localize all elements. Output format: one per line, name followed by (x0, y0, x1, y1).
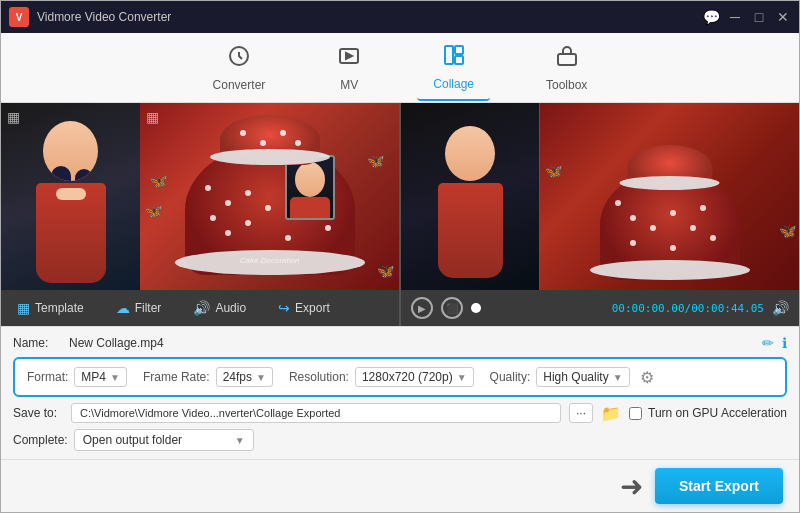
name-value: New Collage.mp4 (69, 336, 752, 350)
start-export-button[interactable]: Start Export (655, 468, 783, 504)
export-icon: ↪ (278, 300, 290, 316)
minimize-button[interactable]: ─ (727, 9, 743, 25)
template-icon: ▦ (17, 300, 30, 316)
template-button[interactable]: ▦ Template (11, 296, 90, 320)
arrow-icon: ➜ (620, 470, 643, 503)
folder-button[interactable]: 📁 (601, 404, 621, 423)
svg-rect-5 (558, 54, 576, 65)
info-icon[interactable]: ℹ (782, 335, 787, 351)
right-controls: ▶ ⬛ 00:00:00.00/00:00:44.05 🔊 (401, 290, 799, 326)
format-dropdown[interactable]: MP4 ▼ (74, 367, 127, 387)
format-label: Format: (27, 370, 68, 384)
titlebar: V Vidmore Video Converter 💬 ─ □ ✕ (1, 1, 799, 33)
export-toolbar-button[interactable]: ↪ Export (272, 296, 336, 320)
maximize-button[interactable]: □ (751, 9, 767, 25)
export-label: Export (295, 301, 330, 315)
stop-button[interactable]: ⬛ (441, 297, 463, 319)
toolbox-icon (555, 44, 579, 74)
nav-mv[interactable]: MV (321, 36, 377, 100)
mv-icon (337, 44, 361, 74)
time-display: 00:00:00.00/00:00:44.05 (612, 302, 764, 315)
app-logo: V (9, 7, 29, 27)
mv-label: MV (340, 78, 358, 92)
nav-collage[interactable]: Collage (417, 35, 490, 101)
export-area: ➜ Start Export (1, 459, 799, 512)
resolution-dropdown[interactable]: 1280x720 (720p) ▼ (355, 367, 474, 387)
audio-icon: 🔊 (193, 300, 210, 316)
left-panel: ▦ ▦ (1, 103, 401, 326)
framerate-dropdown-arrow: ▼ (256, 372, 266, 383)
bottom-toolbar: ▦ Template ☁ Filter 🔊 Audio ↪ Export (1, 290, 399, 326)
gpu-checkbox[interactable]: Turn on GPU Acceleration (629, 406, 787, 420)
edit-icon[interactable]: ✏ (762, 335, 774, 351)
video-area-right: 🦋 🦋 (401, 103, 799, 290)
format-section: Format: MP4 ▼ Frame Rate: 24fps ▼ Resolu… (13, 357, 787, 397)
play-button[interactable]: ▶ (411, 297, 433, 319)
collage-icon (442, 43, 466, 73)
progress-dot (471, 303, 481, 313)
video-right-thumb[interactable]: ▦ (140, 103, 399, 290)
svg-rect-4 (455, 56, 463, 64)
video-left-thumb[interactable]: ▦ (1, 103, 140, 290)
resolution-label: Resolution: (289, 370, 349, 384)
converter-label: Converter (213, 78, 266, 92)
chat-button[interactable]: 💬 (703, 9, 719, 25)
complete-row: Complete: Open output folder ▼ (13, 429, 787, 451)
main-window: V Vidmore Video Converter 💬 ─ □ ✕ Conver… (0, 0, 800, 513)
gear-icon[interactable]: ⚙ (640, 368, 654, 387)
left-video-indicator: ▦ (7, 109, 20, 125)
app-title: Vidmore Video Converter (37, 10, 703, 24)
name-label: Name: (13, 336, 63, 350)
close-button[interactable]: ✕ (775, 9, 791, 25)
template-label: Template (35, 301, 84, 315)
gpu-label: Turn on GPU Acceleration (648, 406, 787, 420)
gpu-checkbox-input[interactable] (629, 407, 642, 420)
main-content: ▦ ▦ (1, 103, 799, 326)
name-row: Name: New Collage.mp4 ✏ ℹ (13, 335, 787, 351)
framerate-label: Frame Rate: (143, 370, 210, 384)
nav-converter[interactable]: Converter (197, 36, 282, 100)
preview-left (401, 103, 540, 290)
audio-label: Audio (215, 301, 246, 315)
filter-button[interactable]: ☁ Filter (110, 296, 168, 320)
filter-icon: ☁ (116, 300, 130, 316)
right-video-indicator: ▦ (146, 109, 159, 125)
collage-label: Collage (433, 77, 474, 91)
quality-label: Quality: (490, 370, 531, 384)
framerate-dropdown[interactable]: 24fps ▼ (216, 367, 273, 387)
complete-dropdown-arrow: ▼ (235, 435, 245, 446)
save-path[interactable]: C:\Vidmore\Vidmore Video...nverter\Colla… (71, 403, 561, 423)
svg-rect-2 (445, 46, 453, 64)
quality-dropdown[interactable]: High Quality ▼ (536, 367, 629, 387)
nav-toolbox[interactable]: Toolbox (530, 36, 603, 100)
toolbox-label: Toolbox (546, 78, 587, 92)
quality-dropdown-arrow: ▼ (613, 372, 623, 383)
save-label: Save to: (13, 406, 63, 420)
preview-right: 🦋 🦋 (540, 103, 799, 290)
volume-icon[interactable]: 🔊 (772, 300, 789, 316)
complete-label: Complete: (13, 433, 68, 447)
video-area-left: ▦ ▦ (1, 103, 399, 290)
browse-button[interactable]: ··· (569, 403, 593, 423)
filter-label: Filter (135, 301, 162, 315)
window-controls: 💬 ─ □ ✕ (703, 9, 791, 25)
audio-button[interactable]: 🔊 Audio (187, 296, 252, 320)
settings-area: Name: New Collage.mp4 ✏ ℹ Format: MP4 ▼ … (1, 326, 799, 459)
complete-dropdown[interactable]: Open output folder ▼ (74, 429, 254, 451)
save-row: Save to: C:\Vidmore\Vidmore Video...nver… (13, 403, 787, 423)
right-panel: 🦋 🦋 ▶ ⬛ 00:00:00.00/00:00:44.05 🔊 (401, 103, 799, 326)
format-dropdown-arrow: ▼ (110, 372, 120, 383)
resolution-dropdown-arrow: ▼ (457, 372, 467, 383)
navbar: Converter MV Collage (1, 33, 799, 103)
converter-icon (227, 44, 251, 74)
svg-rect-3 (455, 46, 463, 54)
